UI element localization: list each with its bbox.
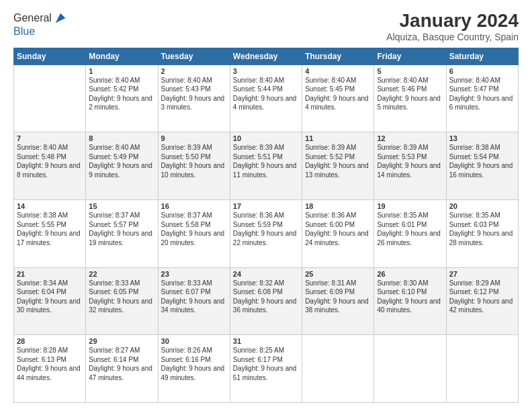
day-info: Sunrise: 8:40 AMSunset: 5:45 PMDaylight:…	[305, 77, 369, 111]
day-number: 23	[161, 270, 227, 278]
calendar-cell: 17 Sunrise: 8:36 AMSunset: 5:59 PMDaylig…	[230, 200, 302, 268]
col-friday: Friday	[374, 48, 446, 64]
day-info: Sunrise: 8:33 AMSunset: 6:05 PMDaylight:…	[89, 279, 152, 314]
calendar-cell: 6 Sunrise: 8:40 AMSunset: 5:47 PMDayligh…	[446, 64, 518, 132]
calendar-cell: 23 Sunrise: 8:33 AMSunset: 6:07 PMDaylig…	[158, 267, 230, 335]
calendar-cell	[374, 335, 446, 403]
day-info: Sunrise: 8:33 AMSunset: 6:07 PMDaylight:…	[161, 279, 225, 314]
day-number: 25	[305, 270, 371, 278]
day-info: Sunrise: 8:29 AMSunset: 6:12 PMDaylight:…	[449, 279, 513, 314]
day-info: Sunrise: 8:36 AMSunset: 5:59 PMDaylight:…	[233, 212, 297, 246]
calendar-cell: 25 Sunrise: 8:31 AMSunset: 6:09 PMDaylig…	[302, 267, 374, 335]
calendar-cell: 30 Sunrise: 8:26 AMSunset: 6:16 PMDaylig…	[158, 335, 230, 403]
day-info: Sunrise: 8:40 AMSunset: 5:46 PMDaylight:…	[377, 77, 441, 111]
logo-general-text: General	[13, 12, 52, 24]
calendar-week-row-5: 28 Sunrise: 8:28 AMSunset: 6:13 PMDaylig…	[14, 335, 519, 403]
day-info: Sunrise: 8:40 AMSunset: 5:49 PMDaylight:…	[89, 144, 152, 179]
day-info: Sunrise: 8:35 AMSunset: 6:01 PMDaylight:…	[377, 212, 441, 246]
calendar-cell	[302, 335, 374, 403]
day-number: 10	[233, 134, 299, 142]
calendar-cell: 11 Sunrise: 8:39 AMSunset: 5:52 PMDaylig…	[302, 132, 374, 200]
day-number: 11	[305, 134, 371, 142]
day-number: 12	[377, 134, 443, 142]
day-number: 1	[89, 67, 154, 75]
day-info: Sunrise: 8:28 AMSunset: 6:13 PMDaylight:…	[17, 347, 81, 381]
day-number: 2	[161, 67, 227, 75]
calendar-cell: 3 Sunrise: 8:40 AMSunset: 5:44 PMDayligh…	[230, 64, 302, 132]
col-thursday: Thursday	[302, 48, 374, 64]
day-number: 4	[305, 67, 371, 75]
calendar-cell: 27 Sunrise: 8:29 AMSunset: 6:12 PMDaylig…	[446, 267, 518, 335]
calendar-cell: 20 Sunrise: 8:35 AMSunset: 6:03 PMDaylig…	[446, 200, 518, 268]
day-number: 26	[377, 270, 443, 278]
calendar-cell: 8 Sunrise: 8:40 AMSunset: 5:49 PMDayligh…	[86, 132, 158, 200]
day-info: Sunrise: 8:39 AMSunset: 5:50 PMDaylight:…	[161, 144, 225, 179]
calendar-cell	[446, 335, 518, 403]
day-number: 21	[17, 270, 83, 278]
calendar-cell: 29 Sunrise: 8:27 AMSunset: 6:14 PMDaylig…	[86, 335, 158, 403]
day-number: 30	[161, 337, 227, 345]
calendar-week-row-4: 21 Sunrise: 8:34 AMSunset: 6:04 PMDaylig…	[14, 267, 519, 335]
calendar-header-row: Sunday Monday Tuesday Wednesday Thursday…	[14, 48, 519, 64]
day-info: Sunrise: 8:30 AMSunset: 6:10 PMDaylight:…	[377, 279, 441, 314]
day-number: 5	[377, 67, 443, 75]
day-info: Sunrise: 8:40 AMSunset: 5:48 PMDaylight:…	[17, 144, 81, 179]
day-info: Sunrise: 8:39 AMSunset: 5:53 PMDaylight:…	[377, 144, 441, 179]
logo-icon	[53, 11, 68, 26]
day-number: 16	[161, 202, 227, 210]
calendar-cell: 1 Sunrise: 8:40 AMSunset: 5:42 PMDayligh…	[86, 64, 158, 132]
day-info: Sunrise: 8:38 AMSunset: 5:55 PMDaylight:…	[17, 212, 81, 246]
calendar-title: January 2024	[386, 11, 519, 32]
day-info: Sunrise: 8:35 AMSunset: 6:03 PMDaylight:…	[449, 212, 513, 246]
day-info: Sunrise: 8:38 AMSunset: 5:54 PMDaylight:…	[449, 144, 513, 179]
calendar-cell: 10 Sunrise: 8:39 AMSunset: 5:51 PMDaylig…	[230, 132, 302, 200]
day-number: 6	[449, 67, 515, 75]
calendar-week-row-1: 1 Sunrise: 8:40 AMSunset: 5:42 PMDayligh…	[14, 64, 519, 132]
header: General Blue January 2024 Alquiza, Basqu…	[13, 11, 519, 42]
day-number: 24	[233, 270, 299, 278]
day-info: Sunrise: 8:31 AMSunset: 6:09 PMDaylight:…	[305, 279, 369, 314]
day-number: 3	[233, 67, 299, 75]
day-number: 15	[89, 202, 154, 210]
day-info: Sunrise: 8:40 AMSunset: 5:47 PMDaylight:…	[449, 77, 513, 111]
calendar-cell: 2 Sunrise: 8:40 AMSunset: 5:43 PMDayligh…	[158, 64, 230, 132]
day-info: Sunrise: 8:32 AMSunset: 6:08 PMDaylight:…	[233, 279, 297, 314]
calendar-cell: 4 Sunrise: 8:40 AMSunset: 5:45 PMDayligh…	[302, 64, 374, 132]
day-number: 31	[233, 337, 299, 345]
day-number: 20	[449, 202, 515, 210]
day-info: Sunrise: 8:40 AMSunset: 5:42 PMDaylight:…	[89, 77, 152, 111]
day-number: 19	[377, 202, 443, 210]
day-info: Sunrise: 8:26 AMSunset: 6:16 PMDaylight:…	[161, 347, 225, 381]
calendar-cell: 22 Sunrise: 8:33 AMSunset: 6:05 PMDaylig…	[86, 267, 158, 335]
day-number: 9	[161, 134, 227, 142]
calendar-cell: 13 Sunrise: 8:38 AMSunset: 5:54 PMDaylig…	[446, 132, 518, 200]
day-info: Sunrise: 8:39 AMSunset: 5:51 PMDaylight:…	[233, 144, 297, 179]
day-number: 14	[17, 202, 83, 210]
calendar-cell: 16 Sunrise: 8:37 AMSunset: 5:58 PMDaylig…	[158, 200, 230, 268]
calendar-week-row-2: 7 Sunrise: 8:40 AMSunset: 5:48 PMDayligh…	[14, 132, 519, 200]
calendar-cell	[14, 64, 86, 132]
day-info: Sunrise: 8:40 AMSunset: 5:44 PMDaylight:…	[233, 77, 297, 111]
calendar-cell: 5 Sunrise: 8:40 AMSunset: 5:46 PMDayligh…	[374, 64, 446, 132]
title-block: January 2024 Alquiza, Basque Country, Sp…	[386, 11, 519, 42]
calendar-table: Sunday Monday Tuesday Wednesday Thursday…	[13, 48, 519, 403]
col-saturday: Saturday	[446, 48, 518, 64]
day-info: Sunrise: 8:36 AMSunset: 6:00 PMDaylight:…	[305, 212, 369, 246]
day-number: 8	[89, 134, 154, 142]
calendar-cell: 7 Sunrise: 8:40 AMSunset: 5:48 PMDayligh…	[14, 132, 86, 200]
calendar-subtitle: Alquiza, Basque Country, Spain	[386, 32, 519, 42]
calendar-cell: 19 Sunrise: 8:35 AMSunset: 6:01 PMDaylig…	[374, 200, 446, 268]
day-info: Sunrise: 8:27 AMSunset: 6:14 PMDaylight:…	[89, 347, 152, 381]
calendar-cell: 24 Sunrise: 8:32 AMSunset: 6:08 PMDaylig…	[230, 267, 302, 335]
day-info: Sunrise: 8:34 AMSunset: 6:04 PMDaylight:…	[17, 279, 81, 314]
day-info: Sunrise: 8:37 AMSunset: 5:57 PMDaylight:…	[89, 212, 152, 246]
col-sunday: Sunday	[14, 48, 86, 64]
day-info: Sunrise: 8:39 AMSunset: 5:52 PMDaylight:…	[305, 144, 369, 179]
calendar-cell: 9 Sunrise: 8:39 AMSunset: 5:50 PMDayligh…	[158, 132, 230, 200]
day-number: 27	[449, 270, 515, 278]
calendar-cell: 15 Sunrise: 8:37 AMSunset: 5:57 PMDaylig…	[86, 200, 158, 268]
col-wednesday: Wednesday	[230, 48, 302, 64]
day-info: Sunrise: 8:40 AMSunset: 5:43 PMDaylight:…	[161, 77, 225, 111]
day-info: Sunrise: 8:37 AMSunset: 5:58 PMDaylight:…	[161, 212, 225, 246]
logo-blue-text: Blue	[13, 26, 35, 37]
